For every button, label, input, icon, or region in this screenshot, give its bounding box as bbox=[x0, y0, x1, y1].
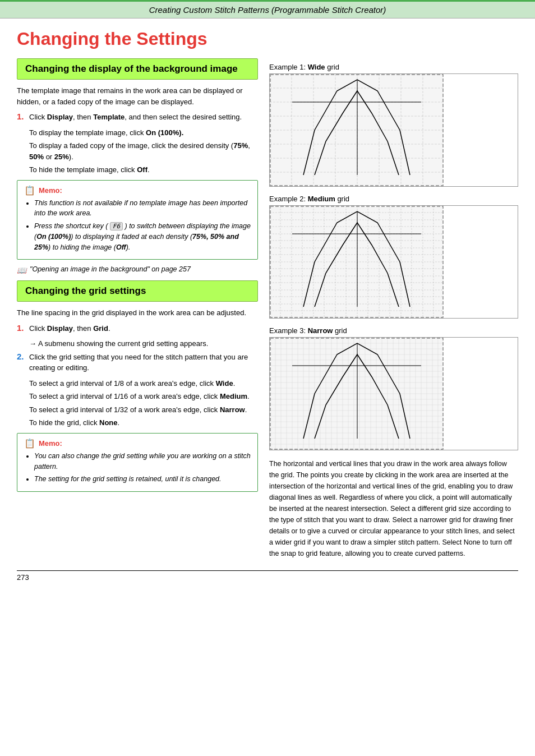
page-title: Changing the Settings bbox=[17, 29, 518, 49]
medium-grid-svg bbox=[270, 206, 444, 318]
header-text: Creating Custom Stitch Patterns (Program… bbox=[149, 5, 386, 15]
step2-1-sub: → A submenu showing the current grid set… bbox=[29, 338, 258, 349]
section2-steps: 1. Click Display, then Grid. bbox=[17, 323, 258, 334]
memo2-item2: The setting for the grid setting is reta… bbox=[34, 474, 251, 485]
e1-label: Example 1: bbox=[269, 63, 308, 71]
step2-2-text: Click the grid setting that you need for… bbox=[29, 352, 258, 374]
section1-intro: The template image that remains in the w… bbox=[17, 85, 258, 107]
memo1-list: This function is not available if no tem… bbox=[24, 198, 251, 253]
memo2-item1: You can also change the grid setting whi… bbox=[34, 451, 251, 472]
section2-memo: 📋 Memo: You can also change the grid set… bbox=[17, 433, 258, 492]
e3-bold: Narrow bbox=[308, 326, 333, 335]
e2-label: Example 2: bbox=[269, 195, 308, 203]
page-header: Creating Custom Stitch Patterns (Program… bbox=[0, 0, 535, 19]
example1-label: Example 1: Wide grid bbox=[269, 63, 518, 71]
step1-sub1: To display the template image, click On … bbox=[29, 127, 258, 139]
memo1-item1: This function is not available if no tem… bbox=[34, 198, 251, 219]
s2sub1-bold: Wide bbox=[216, 379, 233, 388]
s2-bold2: Grid bbox=[93, 324, 108, 333]
section1-header: Changing the display of the background i… bbox=[17, 58, 258, 80]
svg-rect-0 bbox=[270, 74, 444, 186]
e1-rest: grid bbox=[325, 63, 339, 71]
section2-step2: 2. Click the grid setting that you need … bbox=[17, 352, 258, 374]
s2sub3-bold: Narrow bbox=[220, 405, 245, 414]
left-column: Changing the display of the background i… bbox=[17, 58, 258, 559]
step2-1-number: 1. bbox=[17, 323, 29, 333]
section2-step2-list: 2. Click the grid setting that you need … bbox=[17, 352, 258, 374]
ref-icon: 📖 bbox=[17, 266, 26, 275]
e2-bold: Medium bbox=[308, 195, 335, 203]
section2-title: Changing the grid settings bbox=[25, 285, 146, 296]
two-column-layout: Changing the display of the background i… bbox=[17, 58, 518, 559]
section2-header: Changing the grid settings bbox=[17, 280, 258, 302]
step2-sub1: To select a grid interval of 1/8 of a wo… bbox=[29, 378, 258, 389]
example2-label: Example 2: Medium grid bbox=[269, 195, 518, 203]
memo2-header: 📋 Memo: bbox=[24, 438, 251, 449]
example3-label: Example 3: Narrow grid bbox=[269, 326, 518, 335]
memo1-icon: 📋 bbox=[24, 185, 35, 196]
sub1-bold: On (100%). bbox=[146, 128, 183, 137]
memo1-header: 📋 Memo: bbox=[24, 185, 251, 196]
f6-key: F6 bbox=[110, 222, 123, 231]
s2sub4-bold: None bbox=[99, 418, 118, 427]
sub2-bold1: 75% bbox=[233, 141, 248, 150]
example3-image bbox=[269, 337, 518, 450]
e3-rest: grid bbox=[333, 326, 347, 335]
example2-image bbox=[269, 205, 518, 319]
section1-step1: 1. Click Display, then Template, and the… bbox=[17, 112, 258, 123]
memo1-bold1: On (100%) bbox=[36, 233, 71, 241]
ref-text: "Opening an image in the background" on … bbox=[30, 265, 191, 273]
memo1-bold3: Off bbox=[116, 243, 126, 251]
e1-bold: Wide bbox=[308, 63, 325, 71]
step2-1-text: Click Display, then Grid. bbox=[29, 323, 258, 334]
sub3-bold: Off bbox=[137, 165, 147, 174]
step1-number: 1. bbox=[17, 112, 29, 121]
step2-2-number: 2. bbox=[17, 352, 29, 361]
wide-grid-svg bbox=[270, 74, 444, 186]
section1-title: Changing the display of the background i… bbox=[25, 63, 238, 74]
right-paragraph: The horizontal and vertical lines that y… bbox=[269, 458, 518, 559]
memo2-icon: 📋 bbox=[24, 438, 35, 449]
page-footer: 273 bbox=[17, 570, 518, 582]
memo2-list: You can also change the grid setting whi… bbox=[24, 451, 251, 485]
step2-sub4: To hide the grid, click None. bbox=[29, 417, 258, 428]
sub2-bold3: 25% bbox=[54, 153, 69, 161]
sub2-bold2: 50% bbox=[29, 153, 44, 161]
narrow-grid-svg bbox=[270, 338, 444, 450]
step1-sub3: To hide the template image, click Off. bbox=[29, 164, 258, 176]
s2-bold1: Display bbox=[47, 324, 73, 333]
section1-memo: 📋 Memo: This function is not available i… bbox=[17, 180, 258, 260]
step1-bold1: Display bbox=[47, 113, 73, 121]
right-column: Example 1: Wide grid bbox=[269, 58, 518, 559]
section1-ref: 📖 "Opening an image in the background" o… bbox=[17, 265, 258, 275]
e2-rest: grid bbox=[335, 195, 349, 203]
step1-text: Click Display, then Template, and then s… bbox=[29, 112, 258, 123]
step1-bold2: Template bbox=[93, 113, 124, 121]
e3-label: Example 3: bbox=[269, 326, 308, 335]
example1-image bbox=[269, 73, 518, 187]
step2-sub2: To select a grid interval of 1/16 of a w… bbox=[29, 391, 258, 402]
memo1-item2: Press the shortcut key ( F6 ) to switch … bbox=[34, 221, 251, 252]
step1-sub2: To display a faded copy of the image, cl… bbox=[29, 140, 258, 162]
memo1-title: Memo: bbox=[39, 186, 62, 195]
step2-sub3: To select a grid interval of 1/32 of a w… bbox=[29, 404, 258, 416]
section2-step1: 1. Click Display, then Grid. bbox=[17, 323, 258, 334]
s2sub2-bold: Medium bbox=[220, 392, 247, 400]
arrow: → bbox=[29, 339, 36, 348]
section1-steps: 1. Click Display, then Template, and the… bbox=[17, 112, 258, 123]
page-content: Changing the Settings Changing the displ… bbox=[0, 19, 535, 593]
page-number: 273 bbox=[17, 573, 29, 582]
memo2-title: Memo: bbox=[39, 439, 62, 448]
section2-intro: The line spacing in the grid displayed i… bbox=[17, 307, 258, 319]
